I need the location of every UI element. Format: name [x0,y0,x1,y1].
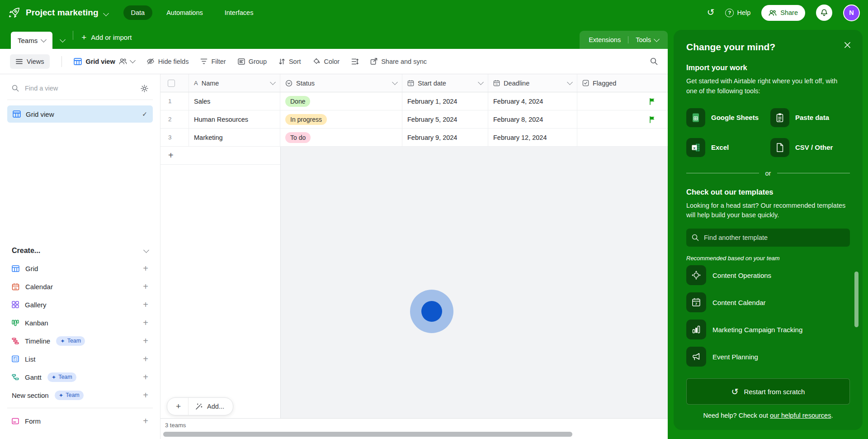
cell-start-date[interactable]: February 5, 2024 [402,110,488,128]
column-header-name[interactable]: A Name [189,74,280,92]
add-timeline-button[interactable]: + [143,336,148,345]
cell-flagged[interactable] [577,92,668,110]
grid-empty-area [280,147,668,419]
views-button[interactable]: Views [10,54,50,69]
sidebar-item-timeline[interactable]: Timeline ✦Team + [7,332,153,350]
sort-button[interactable]: Sort [278,58,301,65]
import-excel-button[interactable]: x Excel [686,138,766,157]
cell-name[interactable]: Sales [189,92,280,110]
plus-icon[interactable]: + [167,398,189,415]
view-toolbar: Views Grid view Hide fields Filter Group… [0,49,668,74]
table-row[interactable]: 1 Sales Done February 1, 2024 February 4… [160,92,668,110]
add-grid-button[interactable]: + [143,264,148,273]
import-google-sheets-button[interactable]: Google Sheets [686,108,766,127]
help-button[interactable]: ? Help [725,9,750,17]
cell-deadline[interactable]: February 12, 2024 [488,129,577,146]
cell-start-date[interactable]: February 9, 2024 [402,129,488,146]
sidebar-item-new-section[interactable]: New section ✦Team + [7,386,153,404]
filter-button[interactable]: Filter [200,58,226,65]
cell-deadline[interactable]: February 4, 2024 [488,92,577,110]
close-icon[interactable] [844,42,851,48]
add-record-pill[interactable]: + Add... [167,397,233,415]
add-row-button[interactable]: + [160,147,280,165]
add-section-button[interactable]: + [143,391,148,400]
add-or-import-button[interactable]: + Add or import [73,25,140,49]
add-kanban-button[interactable]: + [143,318,148,327]
template-marketing-campaign-tracking[interactable]: Marketing Campaign Tracking [686,316,850,343]
row-height-button[interactable] [351,58,359,65]
tab-automations[interactable]: Automations [159,5,211,20]
extensions-button[interactable]: Extensions [589,36,621,43]
table-list-chevron-button[interactable] [52,32,73,49]
column-chevron-down-icon[interactable] [478,79,484,85]
cell-name[interactable]: Marketing [189,129,280,146]
add-calendar-button[interactable]: + [143,282,148,291]
vertical-scrollbar[interactable] [854,272,859,327]
sidebar-item-grid-view[interactable]: Grid view ✓ [7,105,153,123]
select-all-checkbox[interactable] [160,74,189,92]
add-form-button[interactable]: + [143,416,148,425]
table-row[interactable]: 3 Marketing To do February 9, 2024 Febru… [160,129,668,147]
color-button[interactable]: Color [313,58,340,65]
find-view-input[interactable] [24,84,136,92]
share-button[interactable]: Share [761,5,805,21]
cell-status[interactable]: In progress [280,110,402,128]
sidebar-item-gantt[interactable]: Gantt ✦Team + [7,368,153,386]
sidebar-item-list[interactable]: List + [7,350,153,368]
hide-fields-button[interactable]: Hide fields [146,58,189,65]
cell-flagged[interactable] [577,110,668,128]
find-template-input[interactable]: Find another template [686,229,850,247]
import-paste-data-button[interactable]: Paste data [770,108,850,127]
import-csv-button[interactable]: CSV / Other [770,138,850,157]
column-header-start-date[interactable]: 31 Start date [402,74,488,92]
tools-button[interactable]: Tools [636,36,659,43]
cell-flagged[interactable] [577,129,668,146]
cell-status[interactable]: Done [280,92,402,110]
cell-status[interactable]: To do [280,129,402,146]
template-content-calendar[interactable]: 7 Content Calendar [686,289,850,316]
restart-from-scratch-button[interactable]: ↺ Restart from scratch [686,378,850,405]
tab-data[interactable]: Data [123,5,153,20]
team-badge: ✦Team [47,372,76,382]
svg-text:7: 7 [695,302,698,306]
search-icon[interactable] [650,57,658,65]
cell-name[interactable]: Human Resources [189,110,280,128]
add-list-button[interactable]: + [143,354,148,363]
cell-start-date[interactable]: February 1, 2024 [402,92,488,110]
cell-deadline[interactable]: February 8, 2024 [488,110,577,128]
add-with-ai-button[interactable]: Add... [189,398,233,415]
column-header-flagged[interactable]: Flagged [577,74,668,92]
grid-view-button[interactable]: Grid view [74,58,134,65]
rocket-logo-icon[interactable] [8,7,20,19]
create-section-header[interactable]: Create... [7,247,153,259]
history-icon[interactable]: ↺ [707,8,715,17]
add-gantt-button[interactable]: + [143,372,148,382]
column-chevron-down-icon[interactable] [392,79,398,85]
column-chevron-down-icon[interactable] [270,79,276,85]
sidebar-item-grid[interactable]: Grid + [7,259,153,277]
sidebar-item-form[interactable]: Form + [7,412,153,430]
column-header-deadline[interactable]: 31 Deadline [488,74,577,92]
template-event-planning[interactable]: Event Planning [686,343,850,370]
notifications-bell-button[interactable] [816,5,832,21]
sidebar-item-kanban[interactable]: Kanban + [7,314,153,332]
avatar[interactable]: N [843,5,860,21]
base-chevron-down-icon[interactable] [103,10,109,16]
column-header-status[interactable]: Status [280,74,402,92]
table-row[interactable]: 2 Human Resources In progress February 5… [160,110,668,129]
share-and-sync-button[interactable]: Share and sync [370,58,427,65]
group-button[interactable]: Group [238,58,267,65]
table-tab-teams[interactable]: Teams [11,32,52,49]
helpful-resources-link[interactable]: our helpful resources [770,412,831,419]
table-chevron-down-icon[interactable] [41,37,47,43]
base-name[interactable]: Project marketing [26,8,99,18]
column-chevron-down-icon[interactable] [567,79,573,85]
gear-icon[interactable] [141,85,148,92]
sidebar-item-gallery[interactable]: Gallery + [7,296,153,314]
add-gallery-button[interactable]: + [143,300,148,309]
row-number: 1 [160,92,189,110]
template-content-operations[interactable]: Content Operations [686,262,850,289]
tab-interfaces[interactable]: Interfaces [217,5,261,20]
horizontal-scrollbar[interactable] [163,432,572,437]
sidebar-item-calendar[interactable]: 31 Calendar + [7,277,153,296]
